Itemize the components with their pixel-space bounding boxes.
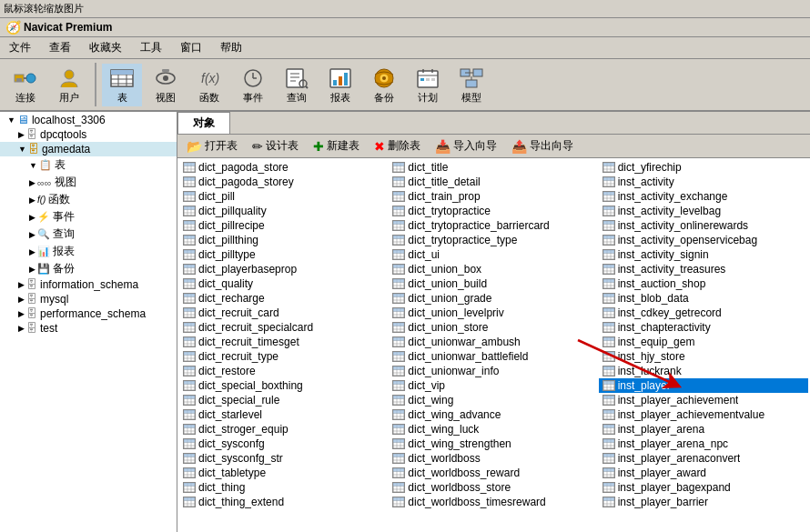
sidebar-item-func-group[interactable]: ▶ f() 函数: [0, 191, 177, 208]
table-entry-dict_thing[interactable]: dict_thing: [179, 480, 389, 495]
table-entry-dict_pillrecipe[interactable]: dict_pillrecipe: [179, 218, 389, 233]
table-entry-dict_pill[interactable]: dict_pill: [179, 189, 389, 204]
table-entry-inst_chapteractivity[interactable]: inst_chapteractivity: [599, 320, 808, 335]
sidebar-item-localhost[interactable]: ▼ 🖥 localhost_3306: [0, 112, 177, 127]
table-entry-dict_yfirechip[interactable]: dict_yfirechip: [599, 160, 808, 175]
table-entry-inst_activity[interactable]: inst_activity: [599, 175, 808, 189]
table-entry-dict_recruit_card[interactable]: dict_recruit_card: [179, 306, 389, 320]
table-entry-dict_wing_luck[interactable]: dict_wing_luck: [389, 422, 598, 437]
table-entry-dict_recruit_type[interactable]: dict_recruit_type: [179, 349, 389, 364]
sidebar-item-info-schema[interactable]: ▶ 🗄 information_schema: [0, 277, 177, 292]
menu-view[interactable]: 查看: [44, 39, 76, 56]
table-entry-inst_player_barrier[interactable]: inst_player_barrier: [599, 495, 808, 509]
table-entry-dict_union_box[interactable]: dict_union_box: [389, 262, 598, 276]
sidebar-item-backup-group[interactable]: ▶ 💾 备份: [0, 260, 177, 277]
table-entry-dict_recruit_timesget[interactable]: dict_recruit_timesget: [179, 335, 389, 349]
table-entry-dict_starlevel[interactable]: dict_starlevel: [179, 407, 389, 422]
sidebar-item-table-group[interactable]: ▼ 📋 表: [0, 156, 177, 174]
table-entry-dict_worldboss[interactable]: dict_worldboss: [389, 451, 598, 466]
table-entry-dict_unionwar_battlefield[interactable]: dict_unionwar_battlefield: [389, 349, 598, 364]
table-entry-inst_activity_exchange[interactable]: inst_activity_exchange: [599, 189, 808, 204]
menu-file[interactable]: 文件: [4, 39, 36, 56]
table-entry-inst_auction_shop[interactable]: inst_auction_shop: [599, 276, 808, 291]
table-entry-dict_sysconfg[interactable]: dict_sysconfg: [179, 437, 389, 451]
btn-backup[interactable]: 备份: [364, 64, 404, 106]
btn-event[interactable]: 事件: [233, 64, 273, 106]
menu-window[interactable]: 窗口: [175, 39, 208, 56]
table-entry-dict_ui[interactable]: dict_ui: [389, 247, 598, 262]
btn-function[interactable]: f(x) 函数: [189, 64, 229, 106]
sidebar-item-performance[interactable]: ▶ 🗄 performance_schema: [0, 306, 177, 321]
table-entry-dict_worldboss_store[interactable]: dict_worldboss_store: [389, 480, 598, 495]
table-entry-dict_vip[interactable]: dict_vip: [389, 378, 598, 393]
table-entry-inst_player_achievement[interactable]: inst_player_achievement: [599, 393, 808, 407]
table-entry-dict_worldboss_reward[interactable]: dict_worldboss_reward: [389, 466, 598, 480]
table-entry-dict_trytopractice_type[interactable]: dict_trytopractice_type: [389, 233, 598, 247]
table-entry-inst_player_arena_npc[interactable]: inst_player_arena_npc: [599, 437, 808, 451]
menu-help[interactable]: 帮助: [215, 39, 248, 56]
table-entry-dict_union_grade[interactable]: dict_union_grade: [389, 291, 598, 306]
table-entry-dict_unionwar_info[interactable]: dict_unionwar_info: [389, 364, 598, 378]
table-entry-dict_special_rule[interactable]: dict_special_rule: [179, 393, 389, 407]
sidebar-item-event-group[interactable]: ▶ ⚡ 事件: [0, 208, 177, 226]
btn-export-wizard[interactable]: 📤 导出向导: [506, 136, 579, 156]
sidebar-item-query-group[interactable]: ▶ 🔍 查询: [0, 226, 177, 243]
btn-new-table[interactable]: ✚ 新建表: [308, 136, 365, 156]
table-entry-inst_activity_signin[interactable]: inst_activity_signin: [599, 247, 808, 262]
table-entry-inst_hjy_store[interactable]: inst_hjy_store: [599, 349, 808, 364]
btn-schedule[interactable]: 计划: [408, 64, 448, 106]
table-entry-dict_pillthing[interactable]: dict_pillthing: [179, 233, 389, 247]
table-entry-inst_player_bagexpand[interactable]: inst_player_bagexpand: [599, 480, 808, 495]
table-entry-inst_equip_gem[interactable]: inst_equip_gem: [599, 335, 808, 349]
sidebar-item-gamedata[interactable]: ▼ 🗄 gamedata: [0, 142, 177, 156]
table-entry-dict_sysconfg_str[interactable]: dict_sysconfg_str: [179, 451, 389, 466]
btn-view[interactable]: 视图: [146, 64, 186, 106]
table-entry-dict_pillquality[interactable]: dict_pillquality: [179, 204, 389, 218]
table-entry-inst_player_arena[interactable]: inst_player_arena: [599, 422, 808, 437]
btn-connect[interactable]: 连接: [5, 64, 46, 106]
sidebar-item-dpcqtools[interactable]: ▶ 🗄 dpcqtools: [0, 127, 177, 142]
btn-model[interactable]: 模型: [451, 64, 491, 106]
btn-user[interactable]: 用户: [49, 64, 89, 106]
table-entry-dict_worldboss_timesreward[interactable]: dict_worldboss_timesreward: [389, 495, 598, 509]
table-entry-dict_union_build[interactable]: dict_union_build: [389, 276, 598, 291]
table-entry-dict_union_store[interactable]: dict_union_store: [389, 320, 598, 335]
sidebar-item-report-group[interactable]: ▶ 📊 报表: [0, 243, 177, 260]
table-entry-dict_stroger_equip[interactable]: dict_stroger_equip: [179, 422, 389, 437]
table-entry-inst_player_award[interactable]: inst_player_award: [599, 466, 808, 480]
btn-import-wizard[interactable]: 📥 导入向导: [430, 136, 502, 156]
table-entry-inst_activity_treasures[interactable]: inst_activity_treasures: [599, 262, 808, 276]
btn-delete-table[interactable]: ✖ 删除表: [369, 136, 426, 156]
table-entry-dict_union_levelpriv[interactable]: dict_union_levelpriv: [389, 306, 598, 320]
sidebar-item-mysql[interactable]: ▶ 🗄 mysql: [0, 292, 177, 306]
table-entry-dict_pilltype[interactable]: dict_pilltype: [179, 247, 389, 262]
table-entry-dict_wing[interactable]: dict_wing: [389, 393, 598, 407]
table-entry-dict_pagoda_store[interactable]: dict_pagoda_store: [179, 160, 389, 175]
table-entry-dict_title[interactable]: dict_title: [389, 160, 598, 175]
table-entry-inst_player_achievementvalue[interactable]: inst_player_achievementvalue: [599, 407, 808, 422]
table-entry-inst_player[interactable]: inst_player: [599, 378, 808, 393]
btn-report[interactable]: 报表: [320, 64, 360, 106]
table-entry-inst_activity_levelbag[interactable]: inst_activity_levelbag: [599, 204, 808, 218]
table-entry-dict_wing_advance[interactable]: dict_wing_advance: [389, 407, 598, 422]
table-entry-dict_recharge[interactable]: dict_recharge: [179, 291, 389, 306]
sidebar-item-test[interactable]: ▶ 🗄 test: [0, 321, 177, 336]
table-entry-dict_trytopractice_barriercard[interactable]: dict_trytopractice_barriercard: [389, 218, 598, 233]
table-entry-dict_wing_strengthen[interactable]: dict_wing_strengthen: [389, 437, 598, 451]
btn-open-table[interactable]: 📂 打开表: [181, 136, 243, 156]
btn-query[interactable]: 查询: [277, 64, 317, 106]
table-entry-dict_train_prop[interactable]: dict_train_prop: [389, 189, 598, 204]
table-entry-dict_pagoda_storey[interactable]: dict_pagoda_storey: [179, 175, 389, 189]
table-entry-inst_luckrank[interactable]: inst_luckrank: [599, 364, 808, 378]
menu-favorites[interactable]: 收藏夹: [84, 39, 127, 56]
table-entry-inst_cdkey_getrecord[interactable]: inst_cdkey_getrecord: [599, 306, 808, 320]
table-entry-inst_player_arenaconvert[interactable]: inst_player_arenaconvert: [599, 451, 808, 466]
table-entry-dict_thing_extend[interactable]: dict_thing_extend: [179, 495, 389, 509]
table-entry-dict_restore[interactable]: dict_restore: [179, 364, 389, 378]
btn-design-table[interactable]: ✏ 设计表: [247, 136, 304, 156]
table-entry-dict_special_boxthing[interactable]: dict_special_boxthing: [179, 378, 389, 393]
tab-objects[interactable]: 对象: [177, 112, 230, 134]
table-entry-inst_activity_onlinerewards[interactable]: inst_activity_onlinerewards: [599, 218, 808, 233]
table-entry-inst_activity_openservicebag[interactable]: inst_activity_openservicebag: [599, 233, 808, 247]
sidebar-item-view-group[interactable]: ▶ ∞∞ 视图: [0, 174, 177, 191]
